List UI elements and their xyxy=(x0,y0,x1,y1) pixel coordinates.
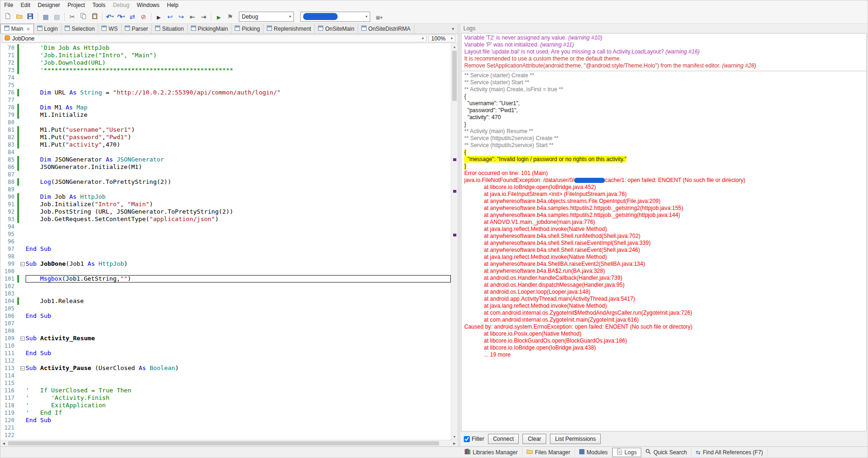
code-line[interactable]: 87 xyxy=(0,171,451,178)
code-line[interactable]: 83M1.Put("activity",470) xyxy=(0,141,451,148)
code-line[interactable]: 94 xyxy=(0,223,451,230)
log-line[interactable]: at java.io.FileInputStream.<init> (FileI… xyxy=(464,191,863,198)
code-line[interactable]: 72'Job.Download(URL) xyxy=(0,59,451,67)
code-line[interactable]: 107 xyxy=(0,320,451,327)
log-line[interactable]: at java.lang.reflect.Method.invoke(Nativ… xyxy=(464,254,863,261)
line-number[interactable]: 104 xyxy=(0,297,17,305)
panel-tab-quick-search[interactable]: Quick Search xyxy=(641,448,692,457)
menu-file[interactable]: File xyxy=(0,0,17,10)
collapse-icon[interactable]: − xyxy=(20,366,25,370)
code-line[interactable]: 105 xyxy=(0,305,451,312)
code-line[interactable]: 71'Job.Initialize("Intro", "Main") xyxy=(0,52,451,59)
code-line[interactable]: 108 xyxy=(0,327,451,335)
log-line[interactable]: "activity": 470 xyxy=(464,114,863,121)
horizontal-scroll-thumb[interactable] xyxy=(8,441,439,445)
toolbar-options-button[interactable]: ▦▾ xyxy=(373,11,385,22)
zoom-selector-dropdown[interactable]: 100% ▾ xyxy=(428,34,455,42)
run-button[interactable]: ▶ xyxy=(153,11,164,22)
sub-selector-dropdown[interactable]: JobDone ▾ xyxy=(2,34,427,42)
line-number[interactable]: 91 xyxy=(0,201,17,208)
code-line[interactable]: 79M1.Initialize xyxy=(0,111,451,119)
line-number[interactable]: 76 xyxy=(0,89,17,96)
breakpoint-button[interactable]: ⚑ xyxy=(224,11,236,22)
log-line[interactable]: at anywheresoftware.b4a.shell.Shell.runM… xyxy=(464,233,863,240)
line-number[interactable]: 114 xyxy=(0,372,17,379)
scroll-down-icon[interactable]: ▼ xyxy=(451,433,458,440)
log-line[interactable]: at android.os.Looper.loop(Looper.java:14… xyxy=(464,289,863,296)
scroll-right-icon[interactable]: ▶ xyxy=(451,440,458,446)
log-line[interactable]: at libcore.io.Posix.open(Native Method) xyxy=(464,330,863,337)
log-line[interactable]: { xyxy=(464,93,863,100)
log-line[interactable]: at anywheresoftware.b4a.shell.Shell.rais… xyxy=(464,247,863,254)
code-line[interactable]: 114 xyxy=(0,372,451,379)
paste-button[interactable] xyxy=(89,11,100,22)
code-line[interactable]: 88Log(JSONGenerator.ToPrettyString(2)) xyxy=(0,178,451,186)
warning-message[interactable]: Layout file 'update.bal' is not used. Ar… xyxy=(464,48,863,55)
code-line[interactable]: 78Dim M1 As Map xyxy=(0,104,451,111)
undo-button[interactable]: ↶▾ xyxy=(104,11,115,22)
line-number[interactable]: 111 xyxy=(0,350,17,357)
code-line[interactable]: 101Msgbox(Job1.GetString,"") xyxy=(0,275,451,283)
warning-message[interactable]: Remove SetApplicationAttribute(android:t… xyxy=(464,62,863,69)
code-line[interactable]: 115 xyxy=(0,379,451,387)
layouts-button[interactable]: ▤ xyxy=(51,11,62,22)
tab-ws[interactable]: WS xyxy=(98,24,121,34)
code-line[interactable]: 73'*************************************… xyxy=(0,67,451,74)
indent-button[interactable]: ⇥ xyxy=(198,11,209,22)
tab-replenishment[interactable]: Replenishment xyxy=(264,24,315,34)
code-line[interactable]: 93Job.GetRequest.SetContentType("applica… xyxy=(0,216,451,223)
code-line[interactable]: 99−Sub JobDone(Job1 As HttpJob) xyxy=(0,260,451,268)
copy-button[interactable] xyxy=(78,11,89,22)
code-line[interactable]: 102 xyxy=(0,283,451,290)
line-number[interactable]: 102 xyxy=(0,283,17,290)
code-line[interactable]: 111End Sub xyxy=(0,350,451,357)
code-line[interactable]: 80 xyxy=(0,119,451,126)
log-line[interactable]: at android.os.Handler.dispatchMessage(Ha… xyxy=(464,282,863,289)
line-number[interactable]: 115 xyxy=(0,379,17,387)
new-button[interactable] xyxy=(2,11,14,22)
panel-tab-files-manager[interactable]: Files Manager xyxy=(522,448,575,457)
log-line[interactable]: ** Activity (main) Create, isFirst = tru… xyxy=(464,86,863,93)
code-line[interactable]: 85Dim JSONGenerator As JSONGenerator xyxy=(0,156,451,163)
code-line[interactable]: 117' 'Activity.Finish xyxy=(0,394,451,402)
log-line[interactable]: at com.android.internal.os.ZygoteInit$Me… xyxy=(464,310,863,317)
log-line[interactable]: at anywheresoftware.b4a.samples.httputil… xyxy=(464,212,863,219)
menu-edit[interactable]: Edit xyxy=(17,0,34,10)
scroll-up-icon[interactable]: ▲ xyxy=(451,43,458,50)
line-number[interactable]: 109 xyxy=(0,335,17,342)
line-number[interactable]: 119 xyxy=(0,409,17,417)
tab-pickingmain[interactable]: PickingMain xyxy=(188,24,232,34)
line-number[interactable]: 80 xyxy=(0,119,17,126)
panel-tab-find-all-references-f7-[interactable]: ⇆Find All References (F7) xyxy=(692,448,767,457)
code-line[interactable]: 122 xyxy=(0,431,451,439)
line-number[interactable]: 92 xyxy=(0,208,17,216)
log-line[interactable]: Error occurred on line: 101 (Main) xyxy=(464,170,863,177)
tab-login[interactable]: Login xyxy=(34,24,61,34)
tab-onsitedistrirma[interactable]: OnSiteDistriRMA xyxy=(358,24,414,34)
code-line[interactable]: 90Dim Job As HttpJob xyxy=(0,193,451,201)
line-number[interactable]: 94 xyxy=(0,223,17,230)
bookmark-marker[interactable] xyxy=(453,234,456,236)
clear-button[interactable]: Clear xyxy=(522,434,546,444)
code-line[interactable]: 74 xyxy=(0,74,451,81)
open-button[interactable] xyxy=(14,11,25,22)
log-line[interactable]: "username": "User1", xyxy=(464,100,863,107)
code-line[interactable]: 96 xyxy=(0,238,451,245)
code-line[interactable]: 106End Sub xyxy=(0,312,451,320)
log-line[interactable]: at anywheresoftware.b4a.ShellBA.raiseEve… xyxy=(464,261,863,268)
line-number[interactable]: 103 xyxy=(0,290,17,297)
log-line[interactable]: at ANOVO.V1.main._jobdone(main.java:776) xyxy=(464,219,863,226)
log-line[interactable]: } xyxy=(464,121,863,128)
log-line[interactable]: at java.lang.reflect.Method.invoke(Nativ… xyxy=(464,303,863,310)
code-line[interactable]: 84 xyxy=(0,148,451,156)
code-line[interactable]: 110 xyxy=(0,342,451,350)
line-number[interactable]: 82 xyxy=(0,134,17,141)
save-button[interactable] xyxy=(25,11,36,22)
redo-button[interactable]: ↷▾ xyxy=(115,11,127,22)
line-number[interactable]: 118 xyxy=(0,402,17,409)
warning-message[interactable]: It is recommended to use a custom theme … xyxy=(464,55,863,62)
code-line[interactable]: 112 xyxy=(0,357,451,364)
line-number[interactable]: 88 xyxy=(0,178,17,186)
code-line[interactable]: 89 xyxy=(0,186,451,193)
log-line[interactable]: at libcore.io.IoBridge.open(IoBridge.jav… xyxy=(464,184,863,191)
